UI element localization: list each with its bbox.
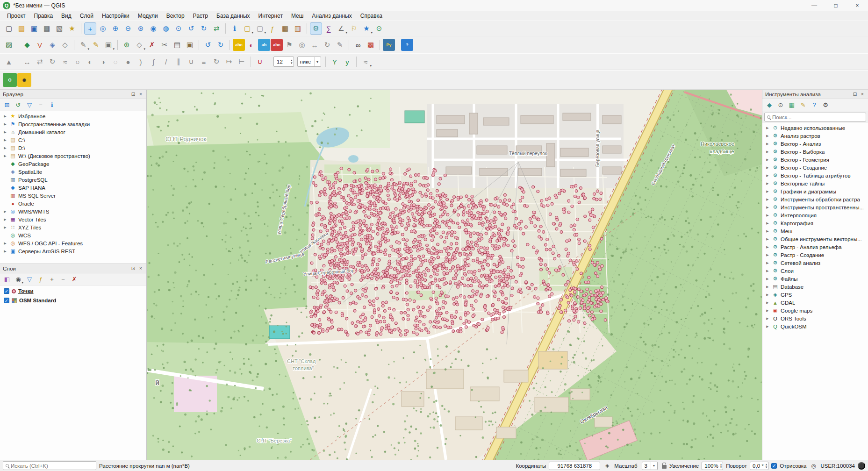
expander-icon[interactable]: ▶	[765, 214, 770, 217]
snap-tolerance-spinbox[interactable]: 12 ▴▾	[273, 57, 294, 67]
merge-features-button[interactable]: ∪	[185, 56, 197, 68]
expander-icon[interactable]: ▶	[765, 245, 770, 249]
deselect-features-button[interactable]: ▢	[254, 22, 266, 35]
new-bookmark-button[interactable]: ★	[360, 22, 373, 35]
coordinates-input[interactable]	[549, 462, 600, 470]
offset-point-symbol-button[interactable]: ↦	[223, 56, 235, 68]
minimize-button[interactable]: —	[803, 0, 825, 11]
scale-combo[interactable]: 3 ▾	[642, 462, 658, 470]
layer-item-osm-standard[interactable]: ✓ OSM Standard	[0, 296, 146, 305]
paste-features-button[interactable]: ▣	[184, 39, 196, 51]
rotate-feature-button[interactable]: ↻	[46, 56, 58, 68]
new-shapefile-button[interactable]: V	[34, 39, 46, 51]
zoom-out-button[interactable]: ⊖	[122, 22, 134, 35]
model-designer-button[interactable]: ◆	[764, 100, 775, 110]
toolbox-group-network[interactable]: ▶⚙Сетевой анализ	[762, 259, 868, 267]
layers-close-button[interactable]: ×	[137, 265, 144, 272]
expander-icon[interactable]: ▶	[3, 146, 7, 150]
expander-icon[interactable]: ▶	[765, 261, 770, 265]
toolbox-panel-header[interactable]: Инструменты анализа ⊡ ×	[762, 90, 868, 99]
new-layout-button[interactable]: ▦	[41, 22, 53, 35]
scale-lock-icon[interactable]	[662, 465, 667, 469]
menu-plugins[interactable]: Модули	[134, 12, 162, 20]
toolbox-group-recent[interactable]: ▶⊙Недавно использованные	[762, 124, 868, 132]
zoom-last-button[interactable]: ↺	[185, 22, 197, 35]
current-edits-button[interactable]: ✎	[77, 39, 89, 51]
metasearch-button[interactable]: ∞	[352, 39, 364, 51]
layers-float-button[interactable]: ⊡	[129, 265, 137, 272]
datasource-manager-button[interactable]: ▨	[3, 39, 15, 51]
toolbox-group-vector-tiles[interactable]: ▶⚙Векторные тайлы	[762, 179, 868, 187]
expander-icon[interactable]: ▶	[765, 198, 770, 201]
coords-format-toggle-button[interactable]: ◈	[603, 462, 611, 470]
expander-icon[interactable]: ▶	[765, 253, 770, 257]
snap-tolerance-value[interactable]: 12	[277, 59, 289, 64]
delete-part-button[interactable]: ●	[122, 56, 134, 68]
remove-layer-button[interactable]: ✗	[69, 274, 79, 285]
expander-icon[interactable]: ▶	[765, 269, 770, 273]
save-project-button[interactable]: ▣	[28, 22, 40, 35]
expander-icon[interactable]: ▶	[3, 154, 7, 158]
toolbox-group-vector-geometry[interactable]: ▶⚙Вектор - Геометрия	[762, 156, 868, 164]
browser-item-wfs[interactable]: ▶◎WFS / OGC API - Features	[0, 239, 146, 247]
browser-item-vector-tiles[interactable]: ▶▦Vector Tiles	[0, 215, 146, 223]
open-project-button[interactable]: ▤	[15, 22, 28, 35]
browser-add-layer-button[interactable]: ⊞	[2, 100, 12, 110]
pan-to-selection-button[interactable]: ◎	[97, 22, 109, 35]
browser-item-xyz-tiles[interactable]: ▶∷XYZ Tiles	[0, 223, 146, 231]
toolbox-group-files[interactable]: ▶⚙Файлы	[762, 275, 868, 283]
browser-item-drive-d[interactable]: ▶▤D:\	[0, 144, 146, 152]
expander-icon[interactable]: ▶	[765, 174, 770, 178]
new-project-button[interactable]: ▢	[3, 22, 15, 35]
toolbox-group-plots[interactable]: ▶⚙Графики и диаграммы	[762, 187, 868, 195]
map-canvas[interactable]: СНТ Родничок Николаевское кладбище Тёплы…	[147, 90, 762, 460]
rotate-label-button[interactable]: ↻	[321, 39, 333, 51]
refresh-map-button[interactable]: ⇄	[210, 22, 222, 35]
temporal-controller-button[interactable]: ⊙	[373, 22, 385, 35]
statistics-panel-button[interactable]: ∑	[323, 22, 335, 35]
field-calculator-button[interactable]: ▥	[292, 22, 304, 35]
menu-mesh[interactable]: Меш	[287, 12, 308, 20]
browser-item-wcs[interactable]: ▶◎WCS	[0, 231, 146, 239]
crs-icon[interactable]: ◎	[809, 462, 818, 470]
maximize-button[interactable]: □	[825, 0, 846, 11]
toolbox-provider-google-maps[interactable]: ▶◉Google maps	[762, 307, 868, 314]
menu-edit[interactable]: Правка	[30, 12, 57, 20]
expander-icon[interactable]: ▶	[765, 150, 770, 154]
menu-raster[interactable]: Растр	[189, 12, 212, 20]
browser-item-wms[interactable]: ▶◎WMS/WMTS	[0, 207, 146, 215]
browser-float-button[interactable]: ⊡	[129, 91, 137, 98]
expander-icon[interactable]: ▶	[765, 182, 770, 186]
toolbox-group-vector-table[interactable]: ▶⚙Вектор - Таблица атрибутов	[762, 171, 868, 179]
toolbox-group-vector-general[interactable]: ▶⚙Общие инструменты векторны...	[762, 235, 868, 243]
pan-map-button[interactable]: +	[84, 22, 96, 35]
merge-attributes-button[interactable]: ≡	[198, 56, 210, 68]
layers-panel-header[interactable]: Слои ⊡ ×	[0, 264, 146, 273]
menu-web[interactable]: Интернет	[254, 12, 287, 20]
copy-move-feature-button[interactable]: ⇄	[34, 56, 46, 68]
toolbox-group-cartography[interactable]: ▶⚙Картография	[762, 219, 868, 227]
menu-analysis[interactable]: Анализ данных	[308, 12, 356, 20]
browser-item-arcgis[interactable]: ▶▣Серверы ArcGIS REST	[0, 247, 146, 255]
move-label-button[interactable]: ↔	[308, 39, 321, 51]
toolbox-help-button[interactable]: ?	[809, 100, 819, 110]
zoom-to-selection-button[interactable]: ◉	[147, 22, 159, 35]
label-rule-button[interactable]: abc	[271, 39, 283, 51]
split-parts-button[interactable]: ∥	[172, 56, 185, 68]
expander-icon[interactable]: ▶	[3, 210, 7, 214]
style-manager-button[interactable]: ★	[66, 22, 78, 35]
magnifier-spinbox[interactable]: 100% ▴▾	[702, 462, 723, 470]
simplify-feature-button[interactable]: ≈	[59, 56, 71, 68]
change-label-button[interactable]: ✎	[334, 39, 346, 51]
expander-icon[interactable]: ▶	[3, 242, 7, 245]
locator-search-input[interactable]	[11, 463, 93, 469]
toolbox-group-vector-analysis[interactable]: ▶⚙Вектор - Анализ	[762, 140, 868, 148]
expander-icon[interactable]: ▶	[3, 114, 7, 118]
split-features-button[interactable]: /	[160, 56, 172, 68]
snap-units-combo[interactable]: пикс ▾	[297, 57, 322, 67]
browser-panel-header[interactable]: Браузер ⊡ ×	[0, 90, 146, 99]
browser-item-sap-hana[interactable]: ▶◆SAP HANA	[0, 184, 146, 192]
toolbox-float-button[interactable]: ⊡	[851, 91, 859, 98]
locator-search[interactable]	[3, 461, 96, 470]
expander-icon[interactable]: ▶	[765, 301, 770, 305]
